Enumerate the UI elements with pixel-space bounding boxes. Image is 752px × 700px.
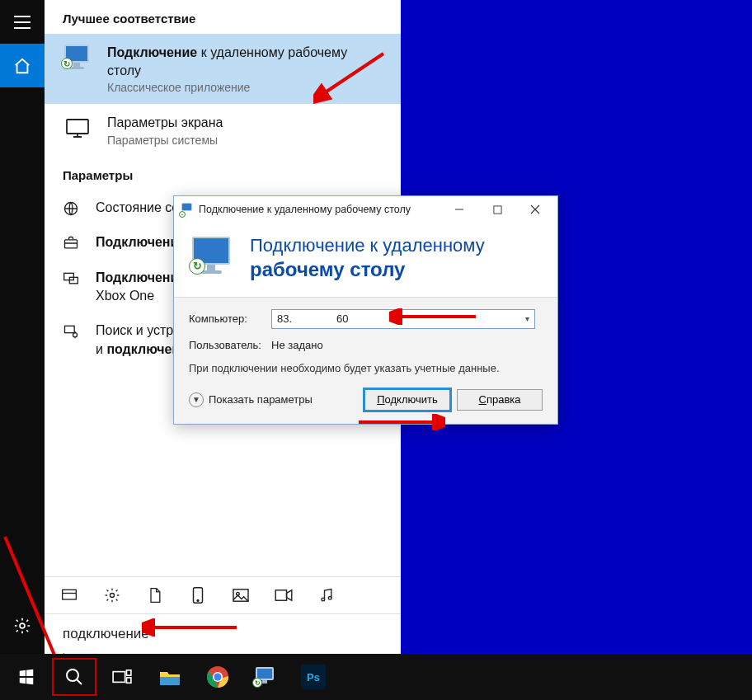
chevron-down-icon: ▾ xyxy=(525,314,529,323)
globe-icon xyxy=(63,199,81,217)
taskbar: ↻ Ps xyxy=(0,654,752,700)
maximize-button[interactable] xyxy=(478,197,516,222)
svg-point-11 xyxy=(197,600,199,602)
svg-point-0 xyxy=(20,623,25,628)
explorer-icon xyxy=(157,665,182,689)
search-button[interactable] xyxy=(51,657,97,697)
close-button[interactable] xyxy=(516,197,554,222)
svg-point-16 xyxy=(328,597,331,600)
tools-icon xyxy=(63,322,81,340)
banner-line2: рабочему столу xyxy=(250,257,485,282)
taskview-button[interactable] xyxy=(99,657,145,697)
computer-value: 83.60 xyxy=(277,312,349,325)
svg-rect-1 xyxy=(67,120,88,134)
computer-label: Компьютер: xyxy=(189,312,271,325)
user-value: Не задано xyxy=(271,339,323,351)
rdp-titlebar[interactable]: • Подключение к удаленному рабочему стол… xyxy=(174,196,557,223)
minimize-button[interactable] xyxy=(440,197,478,222)
rdp-app-icon: ↻ xyxy=(63,44,92,73)
banner-line1: Подключение к удаленному xyxy=(250,234,485,257)
monitor-icon xyxy=(63,114,92,143)
filter-document-icon[interactable] xyxy=(145,585,165,605)
result-subtitle: Параметры системы xyxy=(107,134,383,147)
svg-rect-3 xyxy=(65,240,78,248)
start-button[interactable] xyxy=(3,657,49,697)
rdp-title-icon: • xyxy=(181,203,194,216)
filter-phone-icon[interactable] xyxy=(188,585,208,605)
taskview-icon xyxy=(111,669,133,685)
svg-rect-6 xyxy=(65,327,75,333)
photoshop-icon: Ps xyxy=(301,665,326,689)
rdp-icon: ↻ xyxy=(253,665,278,689)
filter-video-icon[interactable] xyxy=(274,585,294,605)
windows-icon xyxy=(17,668,35,686)
svg-rect-4 xyxy=(64,273,74,280)
filter-app-icon[interactable] xyxy=(59,585,79,605)
start-rail xyxy=(0,0,45,654)
svg-rect-17 xyxy=(493,205,501,213)
result-subtitle: Классическое приложение xyxy=(107,81,383,94)
svg-point-15 xyxy=(322,598,325,601)
settings-header: Параметры xyxy=(45,157,401,190)
taskbar-rdp[interactable]: ↻ xyxy=(242,657,289,697)
help-button[interactable]: Справка xyxy=(457,389,543,411)
svg-point-7 xyxy=(73,333,78,337)
result-remote-desktop[interactable]: ↻ Подключение к удаленному рабочему стол… xyxy=(45,34,401,104)
gear-icon xyxy=(13,617,31,635)
filter-image-icon[interactable] xyxy=(231,585,251,605)
taskbar-explorer[interactable] xyxy=(147,657,193,697)
result-title: Подключение к удаленному рабочему столу xyxy=(107,44,383,79)
search-icon xyxy=(64,667,84,687)
filter-music-icon[interactable] xyxy=(317,585,336,605)
chrome-icon xyxy=(205,665,230,689)
settings-button[interactable] xyxy=(0,604,45,647)
menu-button[interactable] xyxy=(0,0,45,44)
hamburger-icon xyxy=(14,16,31,29)
chevron-down-icon: ▼ xyxy=(189,392,204,407)
svg-point-29 xyxy=(214,674,222,681)
svg-point-9 xyxy=(110,594,115,598)
svg-point-23 xyxy=(67,669,78,681)
credentials-note: При подключении необходимо будет указать… xyxy=(189,361,543,376)
best-match-header: Лучшее соответствие xyxy=(45,0,401,34)
svg-rect-14 xyxy=(275,590,286,600)
show-options-toggle[interactable]: ▼ Показать параметры xyxy=(189,392,313,407)
home-button[interactable] xyxy=(0,44,45,87)
connect-button[interactable]: Подключить xyxy=(364,389,450,411)
result-title: Параметры экрана xyxy=(107,114,383,132)
svg-rect-25 xyxy=(126,670,130,675)
svg-rect-8 xyxy=(63,590,77,599)
svg-rect-26 xyxy=(126,678,130,683)
taskbar-chrome[interactable] xyxy=(195,657,241,697)
svg-rect-24 xyxy=(113,672,125,683)
taskbar-photoshop[interactable]: Ps xyxy=(290,657,336,697)
result-display-settings[interactable]: Параметры экрана Параметры системы xyxy=(45,104,401,157)
rdp-window: • Подключение к удаленному рабочему стол… xyxy=(173,195,558,425)
briefcase-icon xyxy=(63,233,81,251)
rdp-banner: ↻ Подключение к удаленному рабочему стол… xyxy=(174,223,557,298)
search-input[interactable]: подключение xyxy=(45,613,401,654)
rdp-window-title: Подключение к удаленному рабочему столу xyxy=(199,204,411,215)
rdp-banner-icon: ↻ xyxy=(189,235,235,281)
user-label: Пользователь: xyxy=(189,339,271,351)
filter-settings-icon[interactable] xyxy=(102,585,122,605)
cast-icon xyxy=(63,269,81,287)
home-icon xyxy=(13,57,31,75)
computer-combo[interactable]: 83.60 ▾ xyxy=(271,309,535,329)
filter-bar xyxy=(45,576,401,613)
